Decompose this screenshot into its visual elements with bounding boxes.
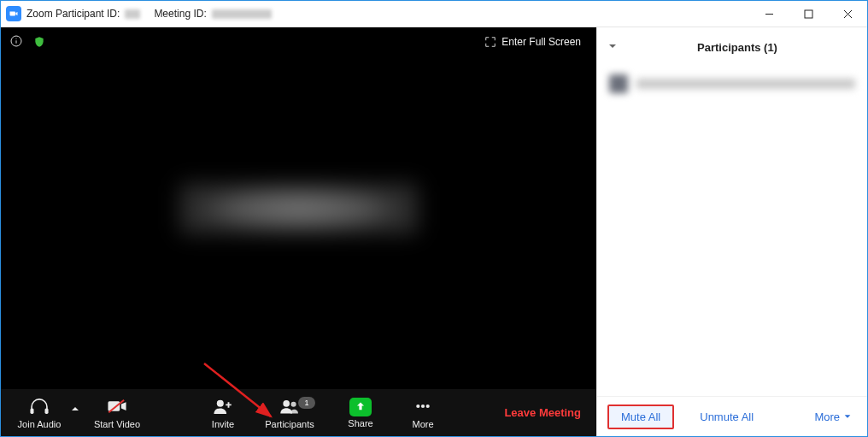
control-bar: Join Audio Start Video [1, 389, 596, 436]
participants-panel-footer: Mute All Unmute All More [597, 396, 867, 436]
start-video-label: Start Video [94, 419, 140, 429]
enter-full-screen-button[interactable]: Enter Full Screen [478, 32, 588, 51]
encryption-shield-icon [33, 35, 45, 49]
participants-panel-title: Participants (1) [618, 41, 857, 54]
collapse-panel-icon[interactable] [607, 41, 618, 54]
invite-icon [212, 397, 234, 417]
svg-point-15 [416, 404, 419, 407]
app-window: Zoom Participant ID: Meeting ID: [0, 0, 868, 437]
video-center [1, 27, 596, 389]
participants-panel-header: Participants (1) [597, 27, 867, 62]
mute-all-button[interactable]: Mute All [607, 405, 674, 429]
participants-list [597, 62, 867, 396]
maximize-button[interactable] [789, 1, 828, 27]
more-dots-icon [412, 397, 434, 417]
invite-label: Invite [212, 419, 234, 429]
svg-rect-1 [805, 10, 812, 18]
meeting-info-icon[interactable] [9, 34, 23, 50]
title-bar: Zoom Participant ID: Meeting ID: [1, 1, 867, 27]
invite-button[interactable]: Invite [194, 397, 252, 429]
more-label: More [412, 419, 433, 429]
meeting-id-obscured [212, 9, 272, 19]
svg-point-14 [291, 401, 296, 406]
audio-options-caret[interactable] [70, 404, 80, 416]
participants-label: Participants [265, 419, 314, 429]
svg-point-16 [421, 404, 425, 407]
svg-rect-10 [108, 401, 120, 410]
svg-rect-8 [30, 408, 33, 414]
join-audio-label: Join Audio [18, 419, 62, 429]
title-left: Zoom Participant ID: Meeting ID: [1, 6, 272, 21]
panel-more-button[interactable]: More [814, 410, 852, 423]
svg-point-12 [217, 399, 224, 406]
zoom-app-icon [6, 6, 21, 21]
video-off-icon [106, 397, 128, 417]
join-audio-button[interactable]: Join Audio [9, 397, 70, 429]
more-button[interactable]: More [394, 397, 452, 429]
participant-entry-obscured[interactable] [609, 72, 855, 96]
share-button[interactable]: Share [327, 398, 394, 428]
enter-full-screen-label: Enter Full Screen [501, 36, 581, 48]
minimize-button[interactable] [749, 1, 789, 27]
svg-point-13 [283, 400, 290, 407]
participants-icon [279, 397, 301, 417]
title-participant-label: Zoom Participant ID: [26, 8, 120, 20]
participants-panel: Participants (1) Mute All Unmute All Mor… [596, 27, 867, 436]
share-screen-icon [349, 398, 372, 416]
leave-meeting-button[interactable]: Leave Meeting [504, 406, 581, 419]
svg-rect-9 [45, 408, 49, 414]
unmute-all-button[interactable]: Unmute All [700, 410, 754, 423]
svg-point-6 [15, 38, 16, 38]
video-top-bar: Enter Full Screen [1, 27, 596, 56]
start-video-button[interactable]: Start Video [83, 397, 151, 429]
title-meeting-label: Meeting ID: [154, 8, 206, 20]
participant-id-obscured [125, 9, 140, 19]
panel-more-label: More [814, 410, 840, 423]
headphones-icon [28, 397, 50, 417]
share-label: Share [348, 418, 372, 428]
participants-count-badge: 1 [298, 397, 315, 409]
svg-point-17 [426, 404, 430, 407]
participants-button[interactable]: 1 Participants [252, 397, 327, 429]
participant-name-obscured [179, 183, 419, 234]
video-area: Enter Full Screen [1, 27, 596, 436]
close-button[interactable] [828, 1, 867, 27]
